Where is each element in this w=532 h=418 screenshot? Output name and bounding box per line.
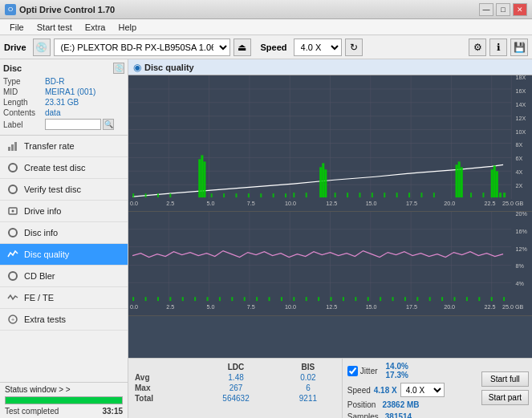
svg-rect-68 [322,163,324,197]
menu-help[interactable]: Help [112,22,143,33]
cd-bler-icon [6,270,19,282]
disc-panel-title: Disc [3,63,22,73]
start-full-button[interactable]: Start full [481,371,529,387]
sidebar-item-cd-bler[interactable]: CD Bler [0,266,128,287]
sidebar-item-disc-quality[interactable]: Disc quality [0,244,128,266]
svg-rect-59 [223,193,225,197]
start-part-button[interactable]: Start part [481,390,529,405]
stats-table: LDC BIS Avg 1.48 0.02 Max 267 [128,359,342,418]
svg-rect-75 [396,193,398,197]
avg-bis: 0.02 [278,372,339,383]
svg-text:2.5: 2.5 [166,201,174,206]
svg-rect-61 [248,193,250,197]
svg-text:10.0: 10.0 [285,201,296,206]
svg-rect-82 [470,193,472,197]
drive-select[interactable]: (E:) PLEXTOR BD-R PX-LB950SA 1.06 [54,39,230,56]
max-label: Max [132,383,194,393]
total-ldc: 564632 [194,393,278,404]
length-label: Length [3,98,45,107]
sidebar-item-verify-test-disc[interactable]: Verify test disc [0,179,128,201]
maximize-button[interactable]: □ [496,3,510,16]
info-button[interactable]: ℹ [489,39,507,56]
menu-file[interactable]: File [3,22,30,33]
sidebar: Disc 💿 Type BD-R MID MEIRA1 (001) Length… [0,59,128,418]
status-text: Test completed [5,407,59,416]
create-test-disc-icon [6,161,19,174]
svg-text:17.5: 17.5 [406,304,417,310]
label-input[interactable] [45,119,101,130]
disc-quality-icon [6,248,19,261]
chart2-container: BIS Jitter [128,212,532,316]
svg-text:4X: 4X [515,169,522,175]
status-window-button[interactable]: Status window > > [5,385,123,394]
chart1-container: LDC Read speed Write speed [128,75,532,212]
svg-rect-79 [456,164,458,197]
close-button[interactable]: ✕ [513,3,527,16]
app-icon: O [5,4,16,15]
svg-point-4 [12,210,14,213]
svg-text:25.0 GB: 25.0 GB [502,304,524,310]
menu-bar: File Start test Extra Help [0,19,532,35]
svg-rect-64 [285,193,286,197]
svg-text:22.5: 22.5 [484,304,495,310]
disc-info-icon [6,226,19,239]
svg-rect-55 [198,159,201,197]
svg-rect-137 [231,297,233,301]
svg-rect-58 [211,193,213,197]
disc-quality-header-icon: ◉ [133,62,141,73]
status-time: 33:15 [102,407,123,416]
sidebar-item-disc-info[interactable]: Disc info [0,222,128,244]
minimize-button[interactable]: — [479,3,493,16]
svg-text:25.0 GB: 25.0 GB [502,201,524,206]
stats-row: LDC BIS Avg 1.48 0.02 Max 267 [128,358,532,418]
svg-text:20.0: 20.0 [444,201,455,206]
toolbar: Drive 💿 (E:) PLEXTOR BD-R PX-LB950SA 1.0… [0,35,532,59]
drive-icon-btn[interactable]: 💿 [33,39,51,56]
eject-button[interactable]: ⏏ [234,39,251,56]
svg-text:8%: 8% [515,264,524,270]
svg-rect-60 [235,193,237,197]
refresh-button[interactable]: ↻ [345,39,363,56]
disc-icon-btn[interactable]: 💿 [113,63,124,74]
speed-stat-val: 4.18 X [374,386,397,395]
save-button[interactable]: 💾 [510,39,528,56]
jitter-checkbox[interactable] [347,366,358,376]
label-icon-btn[interactable]: 🔍 [103,119,114,130]
jitter-max-val: 17.3% [386,371,408,379]
speed-select[interactable]: 4.0 X [294,39,342,56]
svg-rect-158 [491,297,493,301]
menu-extra[interactable]: Extra [79,22,112,33]
jitter-avg-val: 14.0% [386,362,408,371]
mid-value: MEIRA1 (001) [45,87,95,96]
sidebar-item-transfer-rate[interactable]: Transfer rate [0,136,128,157]
label-label: Label [3,120,45,129]
svg-text:12X: 12X [515,116,526,121]
svg-rect-88 [503,193,506,197]
position-val: 23862 MB [382,400,419,409]
create-test-disc-label: Create test disc [24,163,85,172]
svg-text:20%: 20% [515,212,527,217]
svg-rect-140 [269,297,270,301]
svg-rect-130 [145,297,147,301]
svg-rect-72 [359,193,360,197]
sidebar-item-fe-te[interactable]: FE / TE [0,287,128,309]
sidebar-item-drive-info[interactable]: Drive info [0,201,128,222]
cd-bler-label: CD Bler [24,271,55,281]
speed-stat-label: Speed [347,386,371,395]
disc-panel: Disc 💿 Type BD-R MID MEIRA1 (001) Length… [0,59,128,136]
menu-start-test[interactable]: Start test [30,22,79,33]
svg-text:10.0: 10.0 [285,304,296,310]
svg-text:14X: 14X [515,102,526,108]
svg-rect-63 [273,193,274,197]
settings-button[interactable]: ⚙ [469,39,486,56]
svg-rect-129 [132,297,134,301]
sidebar-item-create-test-disc[interactable]: Create test disc [0,157,128,179]
svg-text:7.5: 7.5 [247,201,255,206]
speed-select-stats[interactable]: 4.0 X [400,383,445,397]
svg-text:20.0: 20.0 [444,304,455,310]
svg-rect-66 [306,193,307,197]
svg-text:12.5: 12.5 [326,304,337,310]
svg-text:22.5: 22.5 [484,201,495,206]
sidebar-item-extra-tests[interactable]: + Extra tests [0,309,128,331]
jitter-checkbox-label[interactable]: Jitter [347,366,378,376]
